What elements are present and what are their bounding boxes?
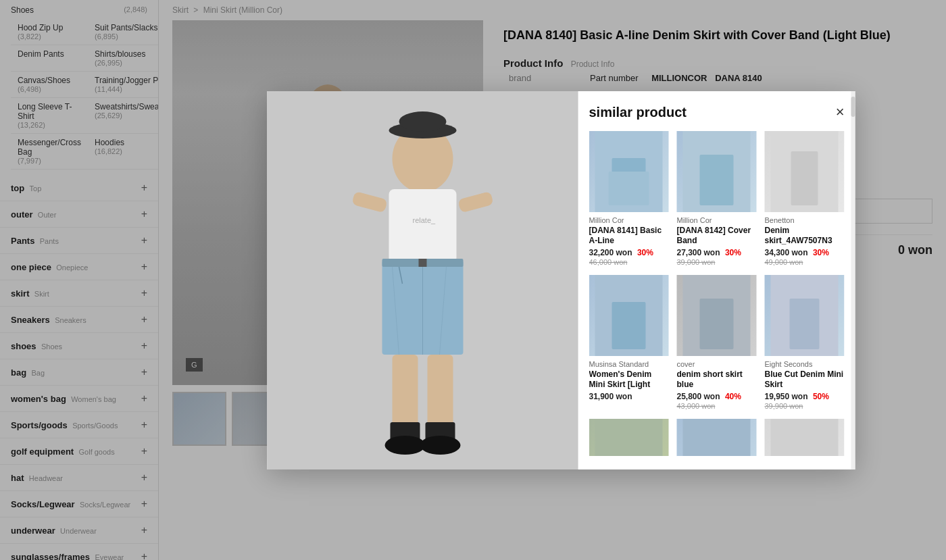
scrollbar-thumb[interactable] (851, 97, 855, 117)
similar-price-3: 34,300 won 30% 49,000 won (765, 248, 845, 267)
similar-item-image-1 (589, 131, 669, 212)
modal-product-image: relate_ (268, 91, 578, 469)
similar-item-2[interactable]: Million Cor [DANA 8142] Cover Band 27,30… (677, 131, 757, 267)
svg-rect-28 (609, 172, 649, 205)
similar-item-image-2 (677, 131, 757, 212)
similar-brand-1: Million Cor (589, 216, 669, 224)
svg-rect-38 (790, 299, 820, 349)
svg-rect-34 (612, 302, 646, 349)
similar-item-image-6 (765, 275, 845, 356)
similar-product-modal: relate_ (268, 91, 855, 469)
similar-price-4: 31,900 won (589, 392, 669, 401)
svg-point-18 (385, 436, 426, 455)
scrollbar-track[interactable] (851, 91, 855, 469)
svg-rect-41 (771, 419, 839, 456)
modal-denim-skirt-image: relate_ (268, 91, 578, 469)
modal-overlay[interactable]: relate_ (0, 0, 946, 560)
similar-item-1[interactable]: Million Cor [DANA 8141] Basic A-Line 32,… (589, 131, 669, 267)
similar-item-image-7 (589, 419, 669, 456)
similar-name-6: Blue Cut Denim Mini Skirt (765, 370, 845, 390)
svg-rect-25 (419, 259, 427, 267)
svg-rect-32 (791, 151, 818, 205)
svg-rect-23 (399, 111, 447, 132)
similar-price-6: 19,950 won 50% 39,900 won (765, 392, 845, 411)
similar-name-1: [DANA 8141] Basic A-Line (589, 226, 669, 247)
modal-close-button[interactable]: × (836, 105, 845, 120)
similar-item-image-8 (677, 419, 757, 456)
similar-brand-5: cover (677, 360, 757, 368)
similar-item-image-9 (765, 419, 845, 456)
similar-name-3: Denim skirt_4AW7507N3 (765, 226, 845, 247)
similar-item-image-5 (677, 275, 757, 356)
modal-title: similar product (589, 105, 687, 120)
similar-name-4: Women's Denim Mini Skirt [Light (589, 370, 669, 390)
similar-item-8[interactable] (677, 419, 757, 456)
similar-products-grid: Million Cor [DANA 8141] Basic A-Line 32,… (589, 131, 845, 456)
similar-name-5: denim short skirt blue (677, 370, 757, 390)
similar-brand-6: Eight Seconds (765, 360, 845, 368)
svg-rect-36 (700, 299, 734, 349)
similar-item-9[interactable] (765, 419, 845, 456)
similar-item-image-3 (765, 131, 845, 212)
similar-price-5: 25,800 won 40% 43,000 won (677, 392, 757, 411)
similar-item-7[interactable] (589, 419, 669, 456)
similar-item-4[interactable]: Musinsa Standard Women's Denim Mini Skir… (589, 275, 669, 411)
similar-price-1: 32,200 won 30% 46,000 won (589, 248, 669, 267)
similar-price-2: 27,300 won 30% 39,000 won (677, 248, 757, 267)
svg-rect-30 (700, 155, 734, 205)
svg-rect-7 (389, 189, 457, 263)
modal-right-panel: similar product × Million Cor [DANA 8141… (578, 91, 855, 469)
similar-item-3[interactable]: Benetton Denim skirt_4AW7507N3 34,300 wo… (765, 131, 845, 267)
modal-header: similar product × (589, 105, 845, 120)
svg-rect-40 (683, 419, 751, 456)
similar-item-5[interactable]: cover denim short skirt blue 25,800 won … (677, 275, 757, 411)
similar-item-6[interactable]: Eight Seconds Blue Cut Denim Mini Skirt … (765, 275, 845, 411)
svg-rect-39 (595, 419, 663, 456)
similar-name-2: [DANA 8142] Cover Band (677, 226, 757, 247)
similar-brand-3: Benetton (765, 216, 845, 224)
similar-brand-2: Million Cor (677, 216, 757, 224)
similar-brand-4: Musinsa Standard (589, 360, 669, 368)
svg-point-19 (420, 436, 461, 455)
similar-item-image-4 (589, 275, 669, 356)
svg-text:relate_: relate_ (413, 216, 437, 224)
